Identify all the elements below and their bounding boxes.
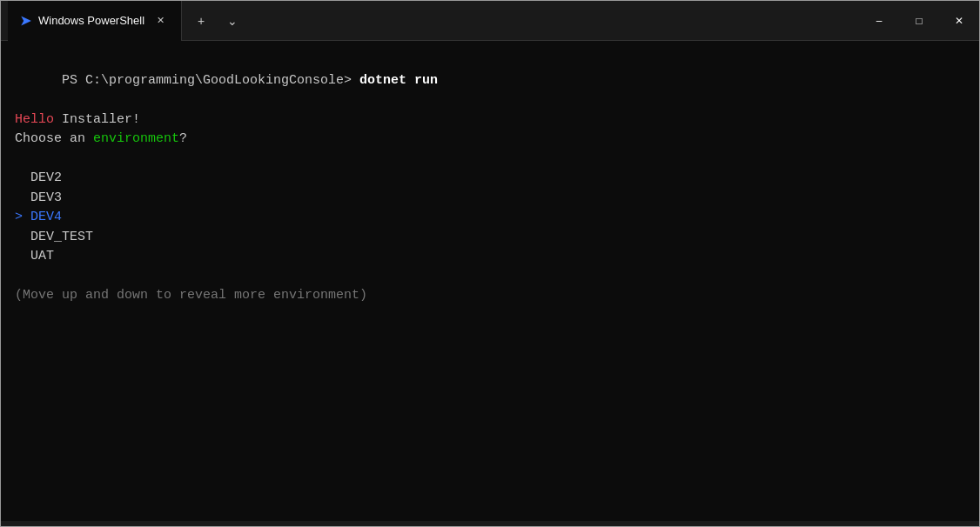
close-icon: ✕ [157,15,164,26]
plus-icon: + [198,14,205,28]
hello-word: Hello [15,112,54,127]
dev-test-label: DEV_TEST [30,230,93,244]
environment-word: environment [93,131,179,146]
new-tab-button[interactable]: + [185,1,217,41]
dev4-label: DEV4 [30,210,62,224]
empty-line-1 [15,150,965,170]
powershell-icon: ➤ [20,13,31,29]
uat-label: UAT [30,249,54,264]
menu-item-dev3: DEV3 [15,189,965,209]
close-button[interactable]: ✕ [939,1,979,41]
minimize-button[interactable]: – [859,1,899,41]
tab-actions: + ⌄ [185,1,248,41]
prompt-line: PS C:\programming\GoodLookingConsole> do… [15,51,965,110]
empty-line-2 [15,267,965,287]
selector-arrow: > [15,210,30,224]
menu-item-dev-test: DEV_TEST [15,228,965,248]
titlebar-controls: – □ ✕ [859,1,979,41]
menu-item-uat: UAT [15,247,965,267]
command-text: dotnet run [352,73,438,88]
menu-item-dev4: > DEV4 [15,208,965,228]
dev2-label: DEV2 [30,170,62,185]
tab-title: Windows PowerShell [38,14,144,27]
bottom-bar [1,521,979,526]
menu-item-dev2: DEV2 [15,169,965,189]
window: ➤ Windows PowerShell ✕ + ⌄ – [0,0,980,527]
choose-line: Choose an environment? [15,130,965,150]
close-icon: ✕ [955,15,963,27]
maximize-icon: □ [916,15,922,27]
active-tab[interactable]: ➤ Windows PowerShell ✕ [8,1,182,41]
choose-suffix: ? [179,131,187,146]
chevron-down-icon: ⌄ [227,14,238,28]
tab-close-button[interactable]: ✕ [151,12,169,30]
hint-line: (Move up and down to reveal more environ… [15,286,965,306]
dev3-label: DEV3 [30,190,62,205]
prompt-text: PS C:\programming\GoodLookingConsole> [62,73,352,88]
hello-line: Hello Installer! [15,110,965,130]
maximize-button[interactable]: □ [899,1,939,41]
titlebar-left: ➤ Windows PowerShell ✕ + ⌄ [1,1,859,41]
choose-prefix: Choose an [15,131,93,146]
installer-text: Installer! [54,112,140,127]
titlebar: ➤ Windows PowerShell ✕ + ⌄ – [1,1,979,41]
dropdown-button[interactable]: ⌄ [217,1,248,41]
minimize-icon: – [876,15,883,27]
terminal-body[interactable]: PS C:\programming\GoodLookingConsole> do… [1,41,979,521]
